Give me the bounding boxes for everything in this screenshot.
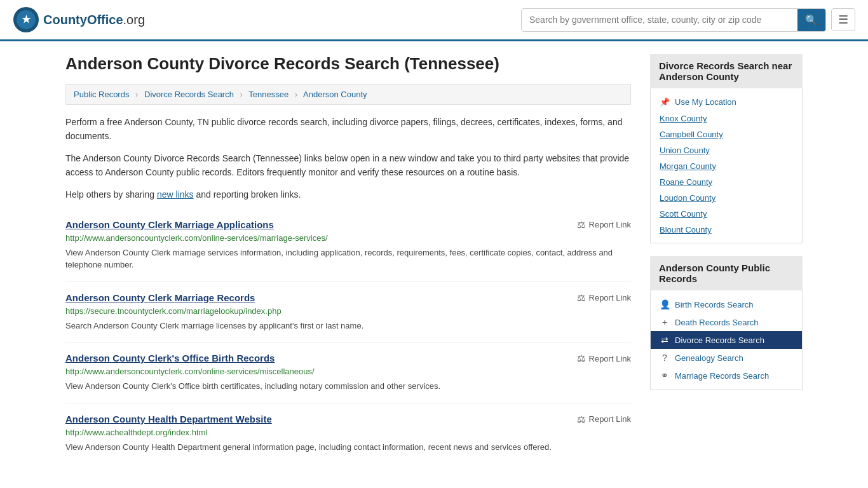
nearby-header: Divorce Records Search near Anderson Cou… (650, 54, 803, 88)
public-records-item-0[interactable]: 👤 Birth Records Search (651, 295, 802, 313)
content-area: Anderson County Divorce Records Search (… (65, 54, 631, 463)
logo-text: CountyOffice.org (43, 13, 145, 27)
breadcrumb-link-divorce-records[interactable]: Divorce Records Search (144, 90, 234, 99)
nearby-body: 📌 Use My Location Knox CountyCampbell Co… (650, 88, 803, 243)
result-item: Anderson County Clerk Marriage Applicati… (65, 209, 631, 282)
site-header: ★ CountyOffice.org 🔍 ☰ (0, 0, 868, 41)
county-link-blount-county[interactable]: Blount County (651, 222, 802, 238)
result-header: Anderson County Clerk's Office Birth Rec… (65, 353, 631, 364)
public-records-item-1[interactable]: + Death Records Search (651, 313, 802, 331)
result-header: Anderson County Clerk Marriage Records ⚖… (65, 292, 631, 304)
header-right: 🔍 ☰ (521, 8, 855, 32)
public-records-label-0: Birth Records Search (675, 300, 754, 309)
report-label-2: Report Link (589, 354, 631, 363)
sidebar: Divorce Records Search near Anderson Cou… (650, 54, 803, 463)
public-records-item-2[interactable]: ⇄ Divorce Records Search (651, 331, 802, 349)
public-records-item-4[interactable]: ⚭ Marriage Records Search (651, 367, 802, 384)
page-title: Anderson County Divorce Records Search (… (65, 54, 631, 74)
logo-icon: ★ (13, 6, 39, 33)
result-url-1[interactable]: https://secure.tncountyclerk.com/marriag… (65, 306, 631, 316)
report-icon-3: ⚖ (577, 414, 585, 425)
county-link-loudon-county[interactable]: Loudon County (651, 190, 802, 206)
search-button[interactable]: 🔍 (797, 9, 825, 31)
result-title-3[interactable]: Anderson County Health Department Websit… (65, 414, 272, 424)
county-link-union-county[interactable]: Union County (651, 142, 802, 158)
breadcrumb-sep-1: › (135, 90, 138, 99)
breadcrumb-sep-3: › (295, 90, 297, 99)
breadcrumb-link-public-records[interactable]: Public Records (74, 90, 129, 99)
results-container: Anderson County Clerk Marriage Applicati… (65, 209, 631, 464)
public-records-icon-4: ⚭ (660, 370, 670, 381)
report-link-1[interactable]: ⚖ Report Link (577, 292, 631, 304)
public-records-label-4: Marriage Records Search (675, 371, 769, 381)
public-records-label-3: Genealogy Search (675, 353, 743, 363)
public-records-icon-3: ? (660, 353, 670, 363)
new-links-link[interactable]: new links (157, 189, 194, 200)
result-item: Anderson County Health Department Websit… (65, 403, 631, 464)
result-desc-1: Search Anderson County Clerk marriage li… (65, 320, 631, 332)
result-title-2[interactable]: Anderson County Clerk's Office Birth Rec… (65, 353, 275, 363)
county-link-morgan-county[interactable]: Morgan County (651, 158, 802, 174)
result-desc-2: View Anderson County Clerk's Office birt… (65, 380, 631, 393)
result-url-3[interactable]: http://www.achealthdept.org/index.html (65, 428, 631, 437)
report-link-0[interactable]: ⚖ Report Link (577, 219, 631, 231)
report-icon-1: ⚖ (577, 292, 585, 304)
result-title-0[interactable]: Anderson County Clerk Marriage Applicati… (65, 219, 274, 230)
report-label-3: Report Link (589, 414, 631, 424)
result-item: Anderson County Clerk's Office Birth Rec… (65, 342, 631, 403)
report-label-1: Report Link (589, 293, 631, 302)
report-icon-0: ⚖ (577, 219, 585, 231)
breadcrumb-sep-2: › (240, 90, 243, 99)
public-records-label-2: Divorce Records Search (675, 336, 764, 345)
main-container: Anderson County Divorce Records Search (… (53, 41, 815, 476)
public-records-body: 👤 Birth Records Search + Death Records S… (650, 290, 803, 390)
use-my-location-label: Use My Location (675, 97, 736, 107)
public-records-section: Anderson County Public Records 👤 Birth R… (650, 256, 803, 390)
breadcrumb-link-tennessee[interactable]: Tennessee (248, 90, 288, 99)
logo-suffix: .org (123, 13, 145, 27)
county-link-campbell-county[interactable]: Campbell County (651, 126, 802, 142)
result-header: Anderson County Health Department Websit… (65, 414, 631, 425)
nearby-section: Divorce Records Search near Anderson Cou… (650, 54, 803, 243)
result-desc-3: View Anderson County Health Department g… (65, 441, 631, 454)
breadcrumb: Public Records › Divorce Records Search … (65, 84, 631, 105)
logo: ★ CountyOffice.org (13, 6, 145, 33)
use-my-location[interactable]: 📌 Use My Location (651, 93, 802, 111)
public-records-header: Anderson County Public Records (650, 256, 803, 290)
public-records-container: 👤 Birth Records Search + Death Records S… (651, 295, 802, 384)
public-records-icon-2: ⇄ (660, 335, 670, 345)
public-records-label-1: Death Records Search (675, 318, 759, 327)
location-icon: 📌 (660, 97, 670, 107)
public-records-icon-1: + (660, 317, 670, 327)
menu-button[interactable]: ☰ (831, 8, 855, 31)
result-desc-0: View Anderson County Clerk marriage serv… (65, 247, 631, 271)
search-bar: 🔍 (521, 8, 826, 32)
breadcrumb-link-anderson-county[interactable]: Anderson County (303, 90, 367, 99)
result-item: Anderson County Clerk Marriage Records ⚖… (65, 282, 631, 343)
report-label-0: Report Link (589, 220, 631, 229)
public-records-item-3[interactable]: ? Genealogy Search (651, 349, 802, 367)
report-link-3[interactable]: ⚖ Report Link (577, 414, 631, 425)
desc3-suffix: and reporting broken links. (196, 189, 301, 200)
county-link-roane-county[interactable]: Roane County (651, 174, 802, 190)
result-title-1[interactable]: Anderson County Clerk Marriage Records (65, 292, 255, 303)
svg-text:★: ★ (22, 14, 31, 25)
description-3: Help others by sharing new links and rep… (65, 187, 631, 201)
desc3-prefix: Help others by sharing (65, 189, 154, 200)
county-link-knox-county[interactable]: Knox County (651, 111, 802, 126)
description-1: Perform a free Anderson County, TN publi… (65, 115, 631, 144)
search-input[interactable] (522, 10, 797, 30)
logo-brand-name: CountyOffice (43, 13, 123, 27)
county-links-container: Knox CountyCampbell CountyUnion CountyMo… (651, 111, 802, 238)
report-link-2[interactable]: ⚖ Report Link (577, 353, 631, 364)
result-url-0[interactable]: http://www.andersoncountyclerk.com/onlin… (65, 233, 631, 243)
county-link-scott-county[interactable]: Scott County (651, 206, 802, 222)
description-2: The Anderson County Divorce Records Sear… (65, 151, 631, 180)
result-header: Anderson County Clerk Marriage Applicati… (65, 219, 631, 231)
report-icon-2: ⚖ (577, 353, 585, 364)
result-url-2[interactable]: http://www.andersoncountyclerk.com/onlin… (65, 367, 631, 376)
public-records-icon-0: 👤 (660, 299, 670, 309)
